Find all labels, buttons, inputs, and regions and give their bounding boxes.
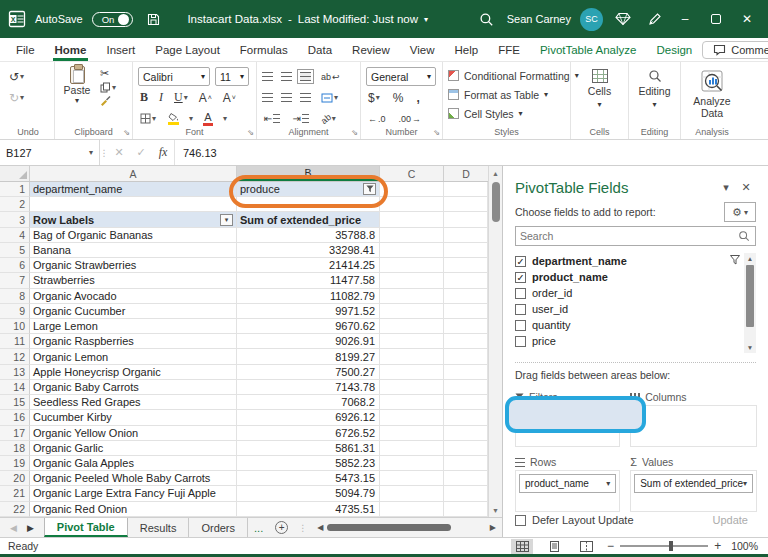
checkbox-icon[interactable] bbox=[515, 288, 526, 299]
empty-cell[interactable] bbox=[444, 426, 488, 441]
row-number[interactable]: 15 bbox=[0, 395, 30, 410]
value-cell[interactable]: 5473.15 bbox=[237, 471, 380, 486]
empty-cell[interactable] bbox=[380, 365, 444, 380]
empty-cell[interactable] bbox=[380, 349, 444, 364]
paste-button[interactable]: Paste ▾ bbox=[60, 66, 94, 124]
row-number[interactable]: 5 bbox=[0, 243, 30, 258]
user-name[interactable]: Sean Carney bbox=[507, 13, 571, 25]
empty-cell[interactable] bbox=[380, 456, 444, 471]
value-cell[interactable]: 6726.52 bbox=[237, 426, 380, 441]
analyze-data-button[interactable]: Analyze Data bbox=[686, 66, 738, 119]
value-cell[interactable]: 5094.79 bbox=[237, 486, 380, 501]
align-top-button[interactable] bbox=[262, 72, 273, 81]
product-name-cell[interactable]: Organic Strawberries bbox=[30, 258, 237, 273]
row-number[interactable]: 3 bbox=[0, 212, 30, 227]
comments-button[interactable]: Comments bbox=[702, 41, 768, 59]
values-field-pill[interactable]: Sum of extended_price ▾ bbox=[634, 474, 753, 493]
normal-view-button[interactable] bbox=[511, 539, 533, 554]
value-cell[interactable]: 5852.23 bbox=[237, 456, 380, 471]
zoom-level[interactable]: 100% bbox=[731, 540, 758, 552]
product-name-cell[interactable]: Seedless Red Grapes bbox=[30, 395, 237, 410]
wrap-text-button[interactable]: ab↩ bbox=[319, 72, 342, 82]
confirm-entry-button[interactable]: ✓ bbox=[130, 140, 152, 165]
row-number[interactable]: 12 bbox=[0, 349, 30, 364]
ribbon-tab-data[interactable]: Data bbox=[298, 38, 342, 61]
empty-cell[interactable] bbox=[380, 319, 444, 334]
font-color-button[interactable]: A bbox=[201, 112, 215, 126]
align-left-button[interactable] bbox=[262, 93, 273, 102]
minimize-button[interactable]: – bbox=[674, 6, 696, 32]
empty-cell[interactable] bbox=[444, 228, 488, 243]
value-cell[interactable]: 33298.41 bbox=[237, 243, 380, 258]
empty-cell[interactable] bbox=[380, 426, 444, 441]
empty-cell[interactable] bbox=[380, 395, 444, 410]
checkbox-icon[interactable]: ✓ bbox=[515, 272, 526, 283]
checkbox-icon[interactable] bbox=[515, 304, 526, 315]
close-button[interactable]: ✕ bbox=[736, 6, 758, 32]
row-number[interactable]: 2 bbox=[0, 197, 30, 212]
filter-label-cell[interactable]: department_name bbox=[30, 182, 237, 197]
field-list-scrollbar[interactable]: ▲ ▼ bbox=[744, 253, 756, 353]
empty-cell[interactable] bbox=[380, 486, 444, 501]
comma-button[interactable]: , bbox=[414, 91, 421, 105]
fill-color-button[interactable] bbox=[166, 113, 181, 125]
empty-cell[interactable] bbox=[444, 182, 488, 197]
value-cell[interactable]: 4735.51 bbox=[237, 502, 380, 517]
ribbon-tab-design[interactable]: Design bbox=[646, 38, 702, 61]
align-center-button[interactable] bbox=[281, 93, 292, 102]
value-cell[interactable]: 6926.12 bbox=[237, 410, 380, 425]
insert-function-button[interactable]: fx bbox=[152, 140, 174, 165]
empty-cell[interactable] bbox=[444, 486, 488, 501]
rows-drop-zone[interactable]: product_name ▾ bbox=[515, 470, 620, 512]
empty-cell[interactable] bbox=[444, 304, 488, 319]
empty-cell[interactable] bbox=[444, 243, 488, 258]
empty-cell[interactable] bbox=[444, 273, 488, 288]
grip-icon[interactable]: ⋮ bbox=[100, 140, 108, 165]
product-name-cell[interactable]: Strawberries bbox=[30, 273, 237, 288]
underline-button[interactable]: U▾ bbox=[172, 90, 190, 105]
row-number[interactable]: 17 bbox=[0, 426, 30, 441]
row-number[interactable]: 19 bbox=[0, 456, 30, 471]
vertical-scrollbar[interactable]: ▲ ▼ bbox=[488, 166, 502, 517]
currency-button[interactable]: $▾ bbox=[366, 91, 382, 105]
product-name-cell[interactable]: Organic Baby Carrots bbox=[30, 380, 237, 395]
merge-center-button[interactable]: ▾ bbox=[319, 93, 340, 103]
ribbon-tab-view[interactable]: View bbox=[400, 38, 445, 61]
font-name-select[interactable]: Calibri▾ bbox=[138, 67, 210, 86]
page-layout-view-button[interactable] bbox=[543, 539, 565, 554]
undo-button[interactable]: ↺▾ bbox=[7, 70, 26, 84]
checkbox-icon[interactable] bbox=[515, 320, 526, 331]
product-name-cell[interactable]: Organic Garlic bbox=[30, 441, 237, 456]
italic-button[interactable]: I bbox=[157, 90, 165, 105]
sort-filter-dropdown-icon[interactable]: ▾ bbox=[220, 214, 233, 226]
value-cell[interactable]: 35788.8 bbox=[237, 228, 380, 243]
rows-field-pill[interactable]: product_name ▾ bbox=[519, 474, 616, 493]
increase-indent-button[interactable]: ⇥ bbox=[290, 113, 310, 124]
bold-button[interactable]: B bbox=[138, 90, 150, 105]
decrease-indent-button[interactable]: ⇤ bbox=[262, 113, 282, 124]
row-labels-header-cell[interactable]: Row Labels ▾ bbox=[30, 212, 237, 227]
empty-cell[interactable] bbox=[380, 380, 444, 395]
autosave-toggle[interactable]: On bbox=[92, 12, 134, 27]
dialog-launcher-icon[interactable]: ⇘ bbox=[247, 128, 254, 137]
empty-cell[interactable] bbox=[380, 410, 444, 425]
align-bottom-button[interactable] bbox=[300, 72, 311, 81]
field-item-product_name[interactable]: ✓ product_name bbox=[515, 269, 728, 285]
grip-icon[interactable]: ⋮ bbox=[294, 518, 311, 537]
product-name-cell[interactable]: Bag of Organic Bananas bbox=[30, 228, 237, 243]
product-name-cell[interactable]: Organic Red Onion bbox=[30, 502, 237, 517]
value-cell[interactable]: 9026.91 bbox=[237, 334, 380, 349]
sheet-tab-orders[interactable]: Orders bbox=[189, 518, 248, 537]
product-name-cell[interactable]: Organic Raspberries bbox=[30, 334, 237, 349]
empty-cell[interactable] bbox=[444, 365, 488, 380]
empty-cell[interactable] bbox=[380, 243, 444, 258]
increase-decimal-button[interactable]: ←.0 bbox=[366, 114, 388, 124]
pane-close-icon[interactable]: ✕ bbox=[736, 181, 756, 194]
value-cell[interactable]: 21414.25 bbox=[237, 258, 380, 273]
row-number[interactable]: 21 bbox=[0, 486, 30, 501]
value-cell[interactable]: 11477.58 bbox=[237, 273, 380, 288]
empty-cell[interactable] bbox=[380, 441, 444, 456]
sheet-nav-prev-icon[interactable]: ◀ bbox=[10, 523, 17, 533]
values-header-cell[interactable]: Sum of extended_price bbox=[237, 212, 380, 227]
value-cell[interactable]: 7143.78 bbox=[237, 380, 380, 395]
